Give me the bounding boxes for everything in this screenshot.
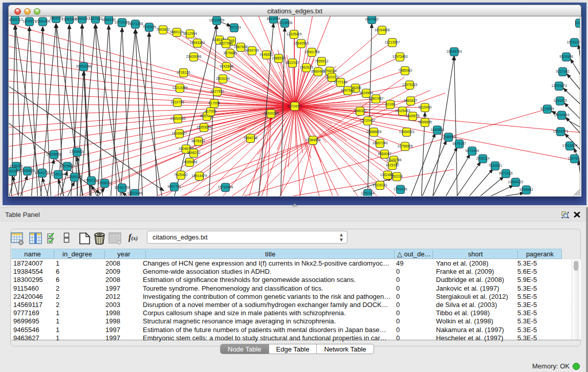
svg-text:10807487: 10807487 — [368, 97, 383, 100]
svg-text:3624554: 3624554 — [359, 91, 373, 95]
svg-text:9594738: 9594738 — [244, 136, 257, 140]
svg-text:1145194: 1145194 — [52, 172, 65, 176]
svg-text:1615152: 1615152 — [385, 163, 399, 167]
svg-text:10688609: 10688609 — [366, 130, 381, 134]
svg-text:10973493: 10973493 — [392, 55, 407, 58]
svg-text:16914479: 16914479 — [191, 174, 207, 178]
svg-text:13654923: 13654923 — [399, 130, 414, 134]
svg-text:1938953: 1938953 — [442, 135, 455, 139]
svg-text:9327508: 9327508 — [219, 41, 233, 45]
svg-text:19654933: 19654933 — [170, 117, 185, 120]
svg-text:10958107: 10958107 — [97, 181, 112, 185]
svg-text:1753426: 1753426 — [394, 187, 407, 191]
svg-text:7515526: 7515526 — [142, 25, 156, 29]
svg-text:7357224: 7357224 — [227, 26, 241, 29]
svg-text:1588520: 1588520 — [272, 56, 286, 60]
svg-text:19218506: 19218506 — [277, 21, 292, 25]
svg-text:10654122: 10654122 — [508, 180, 523, 184]
svg-text:8454749: 8454749 — [245, 49, 259, 52]
svg-text:3498222: 3498222 — [187, 151, 201, 155]
svg-text:16033809: 16033809 — [209, 18, 224, 22]
svg-text:2867608: 2867608 — [234, 45, 248, 49]
svg-text:15716485: 15716485 — [217, 185, 233, 189]
svg-text:10756928: 10756928 — [397, 144, 412, 148]
svg-text:9242848: 9242848 — [220, 64, 233, 68]
svg-text:1391590: 1391590 — [9, 169, 19, 173]
svg-text:15720407: 15720407 — [360, 119, 375, 122]
svg-text:16543382: 16543382 — [189, 41, 205, 45]
svg-text:16671355: 16671355 — [127, 22, 143, 26]
svg-text:18055713: 18055713 — [9, 18, 23, 21]
svg-text:6479197: 6479197 — [452, 142, 466, 145]
svg-text:8912954: 8912954 — [183, 32, 197, 35]
svg-text:8878332: 8878332 — [191, 139, 205, 143]
svg-text:8215955: 8215955 — [540, 107, 554, 111]
svg-text:19384554: 19384554 — [305, 138, 320, 142]
svg-text:17359924: 17359924 — [69, 150, 84, 154]
svg-text:1963371: 1963371 — [49, 16, 63, 20]
svg-text:12213967: 12213967 — [384, 40, 400, 44]
svg-text:9227342: 9227342 — [556, 70, 570, 73]
svg-text:14099489: 14099489 — [182, 160, 197, 164]
svg-text:8427552: 8427552 — [210, 90, 224, 93]
svg-text:15640910: 15640910 — [293, 41, 309, 45]
svg-text:2935114: 2935114 — [476, 157, 490, 160]
svg-text:1292344: 1292344 — [361, 191, 375, 195]
svg-text:1167534: 1167534 — [568, 157, 580, 160]
svg-text:16210643: 16210643 — [554, 113, 569, 117]
svg-text:1244415: 1244415 — [553, 99, 567, 102]
svg-text:9115460: 9115460 — [419, 105, 432, 109]
svg-text:9329966: 9329966 — [559, 55, 573, 58]
svg-text:16648784: 16648784 — [446, 50, 462, 53]
svg-text:16154808: 16154808 — [374, 28, 389, 32]
svg-text:12923446: 12923446 — [127, 191, 142, 195]
svg-text:1621072: 1621072 — [325, 75, 339, 79]
svg-text:9457791: 9457791 — [167, 185, 181, 188]
svg-text:9245652: 9245652 — [519, 188, 533, 191]
svg-text:9884007: 9884007 — [378, 152, 391, 156]
svg-text:7625402: 7625402 — [174, 173, 188, 177]
svg-text:20206536: 20206536 — [46, 152, 61, 156]
svg-text:6466160: 6466160 — [102, 18, 116, 21]
svg-text:12942737: 12942737 — [34, 171, 50, 174]
svg-text:10961758: 10961758 — [304, 50, 319, 54]
svg-text:2687682: 2687682 — [365, 17, 379, 21]
svg-text:15751074: 15751074 — [567, 40, 580, 44]
svg-text:9699695: 9699695 — [418, 120, 432, 124]
svg-text:417008: 417008 — [208, 101, 220, 105]
svg-text:9474444: 9474444 — [465, 149, 479, 152]
svg-text:7485063: 7485063 — [398, 69, 412, 72]
svg-text:252214: 252214 — [391, 174, 403, 178]
svg-text:8471616: 8471616 — [499, 171, 513, 175]
svg-text:9777169: 9777169 — [334, 80, 347, 84]
svg-text:6794024: 6794024 — [323, 69, 337, 73]
svg-text:20691406: 20691406 — [35, 19, 50, 23]
svg-text:19166827: 19166827 — [171, 132, 187, 135]
svg-text:2718126: 2718126 — [177, 71, 190, 74]
svg-text:11353594: 11353594 — [197, 125, 212, 129]
svg-text:10025433: 10025433 — [395, 109, 410, 113]
svg-text:1527602: 1527602 — [89, 17, 102, 20]
svg-text:9860124: 9860124 — [170, 30, 184, 34]
svg-text:11156829: 11156829 — [20, 169, 35, 172]
svg-text:12505135: 12505135 — [67, 175, 82, 179]
svg-text:20053346: 20053346 — [76, 64, 91, 68]
svg-text:7986322: 7986322 — [353, 109, 367, 113]
svg-text:17016504: 17016504 — [562, 144, 577, 147]
svg-text:417006: 417006 — [205, 110, 216, 113]
svg-text:10975887: 10975887 — [59, 164, 75, 168]
svg-text:12975115: 12975115 — [402, 83, 418, 86]
svg-text:2803144: 2803144 — [216, 77, 230, 80]
svg-text:7663822: 7663822 — [156, 28, 170, 31]
svg-text:28300285: 28300285 — [263, 112, 278, 115]
svg-text:18724007: 18724007 — [287, 104, 302, 108]
svg-text:6497568: 6497568 — [341, 89, 355, 92]
svg-text:23420046: 23420046 — [186, 55, 201, 58]
svg-text:1549575: 1549575 — [406, 114, 420, 118]
svg-text:62160: 62160 — [385, 102, 395, 106]
svg-text:12093873: 12093873 — [551, 84, 567, 87]
svg-text:12213369: 12213369 — [172, 86, 187, 90]
svg-text:9146821: 9146821 — [259, 53, 273, 56]
svg-text:8322037: 8322037 — [286, 61, 299, 64]
svg-text:15116141: 15116141 — [373, 183, 388, 187]
